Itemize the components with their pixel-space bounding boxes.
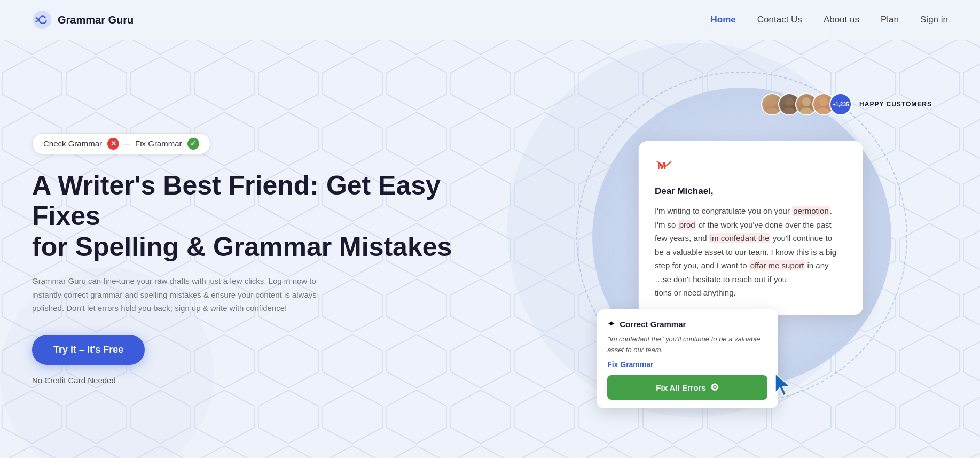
logo-icon [32,10,52,30]
svg-point-6 [768,97,777,106]
popup-header: ✦ Correct Grammar [607,318,767,330]
email-salutation: Dear Michael, [655,186,847,197]
nav-item-contact[interactable]: Contact Us [757,14,802,25]
nav-item-home[interactable]: Home [711,14,736,25]
nav-item-about[interactable]: About us [824,14,859,25]
cursor-icon: ⚙ [710,382,719,393]
grammar-badge: Check Grammar ✕ – Fix Grammar ✓ [32,133,210,154]
gmail-icon: M [655,156,674,175]
svg-point-8 [785,97,794,106]
nav-links: Home Contact Us About us Plan Sign in [711,14,948,25]
nav-link-about[interactable]: About us [824,14,859,25]
left-section: Check Grammar ✕ – Fix Grammar ✓ A Writer… [32,133,536,385]
happy-customers-label: HAPPY CUSTOMERS [859,100,932,108]
right-section: +1,235 HAPPY CUSTOMERS M Dear Michael, I… [536,77,948,440]
avatar-stack: +1,235 [761,93,852,115]
dash-separator: – [124,138,130,149]
try-free-button[interactable]: Try it – It's Free [32,335,145,365]
nav-item-signin[interactable]: Sign in [920,14,948,25]
customer-count: +1,235 [829,93,852,115]
fix-grammar-badge-label: Fix Grammar [135,139,182,148]
popup-quote: "im confedant the" you'll continue to be… [607,334,767,355]
sparkle-icon: ✦ [607,318,615,330]
nav-link-home[interactable]: Home [711,14,736,25]
main-container: Check Grammar ✕ – Fix Grammar ✓ A Writer… [0,40,980,456]
nav-link-contact[interactable]: Contact Us [757,14,802,25]
svg-point-11 [799,107,813,114]
svg-text:M: M [657,160,667,172]
nav-link-signin[interactable]: Sign in [920,14,948,25]
error-word-4: offar me suport [749,260,805,270]
fix-grammar-link[interactable]: Fix Grammar [607,360,767,369]
fix-all-label: Fix All Errors [656,383,706,392]
popup-title: Correct Grammar [620,320,686,329]
nav-link-plan[interactable]: Plan [881,14,899,25]
cursor-arrow [773,371,794,403]
nav-item-plan[interactable]: Plan [881,14,899,25]
fix-all-errors-button[interactable]: Fix All Errors ⚙ [607,375,767,400]
grammar-correction-popup: ✦ Correct Grammar "im confedant the" you… [597,309,778,408]
error-word-3: im confedant the [709,233,771,243]
svg-point-5 [33,11,51,29]
headline: A Writer's Best Friend: Get Easy Fixes f… [32,170,514,263]
email-body: I'm writing to congratulate you on your … [655,204,847,300]
logo-area: Grammar Guru [32,10,134,30]
email-card: M Dear Michael, I'm writing to congratul… [639,141,863,315]
svg-point-9 [782,107,796,114]
brand-name: Grammar Guru [58,14,134,26]
svg-point-13 [817,107,830,114]
hero-subtext: Grammar Guru can fine-tune your raw draf… [32,274,331,315]
check-icon: ✓ [187,138,199,150]
check-grammar-label: Check Grammar [43,139,102,148]
no-credit-card-label: No Credit Card Needed [32,376,514,385]
svg-point-12 [819,97,828,106]
headline-line2: for Spelling & Grammar Mistakes [32,232,452,262]
headline-line1: A Writer's Best Friend: Get Easy Fixes [32,170,441,231]
x-icon: ✕ [107,138,119,150]
popup-quote-text: "im confedant the" you'll continue to be… [607,335,760,354]
error-word-1: permotion [792,206,830,216]
error-word-2: prod [678,220,696,230]
navbar: Grammar Guru Home Contact Us About us Pl… [0,0,980,40]
happy-customers-section: +1,235 HAPPY CUSTOMERS [761,93,932,115]
svg-point-7 [765,107,779,114]
svg-point-10 [802,97,811,106]
